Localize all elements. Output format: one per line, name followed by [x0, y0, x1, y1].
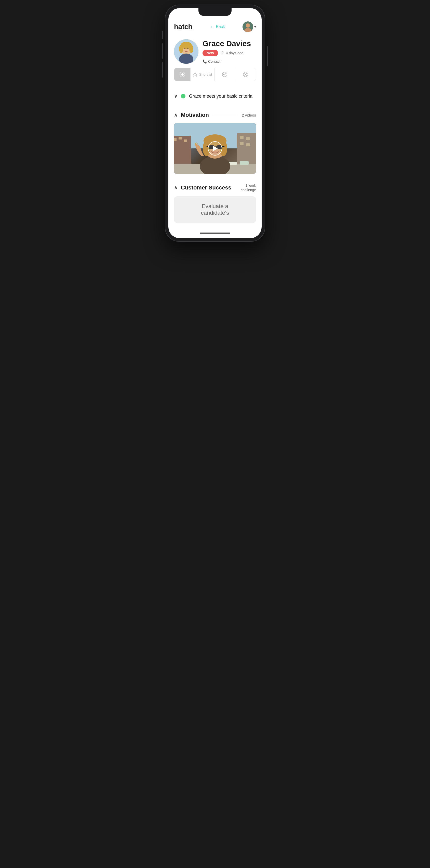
header: hatch ← Back ▾	[168, 18, 262, 35]
power-button	[267, 46, 268, 66]
svg-point-9	[189, 45, 193, 53]
download-icon	[179, 72, 185, 77]
motivation-section: ∧ Motivation 2 videos	[168, 106, 262, 179]
motivation-chevron-icon[interactable]: ∧	[174, 112, 177, 118]
play-button[interactable]	[208, 141, 222, 156]
svg-point-3	[246, 24, 250, 28]
volume-up-button	[162, 43, 163, 59]
action-bar: Shortlist	[174, 68, 256, 81]
back-label: Back	[216, 25, 225, 29]
svg-rect-23	[246, 137, 250, 140]
phone-frame: hatch ← Back ▾	[165, 5, 265, 241]
video-background	[174, 123, 256, 174]
user-avatar	[242, 22, 253, 32]
star-icon	[193, 72, 198, 77]
home-indicator	[200, 232, 230, 234]
svg-rect-22	[240, 136, 243, 139]
shortlist-label: Shortlist	[199, 72, 212, 76]
candidate-avatar	[174, 39, 198, 64]
back-button[interactable]: ← Back	[210, 24, 225, 30]
candidate-name: Grace Davies	[202, 39, 256, 48]
approve-icon	[222, 72, 228, 77]
reject-icon	[243, 72, 249, 77]
download-button[interactable]	[174, 68, 191, 81]
motivation-count: 2 videos	[242, 113, 256, 117]
cs-subtitle: 1 workchallenge	[241, 183, 256, 192]
customer-success-section: ∧ Customer Success 1 workchallenge Evalu…	[168, 179, 262, 223]
user-chevron-icon: ▾	[254, 25, 256, 29]
svg-point-12	[187, 48, 189, 49]
svg-rect-18	[174, 138, 176, 141]
motivation-title: Motivation	[181, 112, 209, 118]
candidate-info: Grace Davies New ⏱ 4 days ago 📞 Contact	[202, 39, 256, 63]
video-thumbnail[interactable]	[174, 123, 256, 174]
svg-rect-17	[174, 136, 191, 166]
motivation-header: ∧ Motivation 2 videos	[174, 111, 256, 119]
reject-button[interactable]	[235, 68, 256, 81]
contact-link[interactable]: 📞 Contact	[202, 59, 220, 63]
notch	[198, 8, 232, 16]
app-logo: hatch	[174, 23, 192, 31]
new-badge: New	[202, 50, 218, 56]
cs-card: Evaluate acandidate's	[174, 196, 256, 223]
time-ago: ⏱ 4 days ago	[221, 51, 243, 55]
volume-down-button	[162, 62, 163, 78]
svg-rect-28	[240, 161, 249, 165]
cs-card-text: Evaluate acandidate's	[201, 203, 229, 216]
criteria-text: Grace meets your basic criteria	[189, 94, 253, 99]
phone-icon: 📞	[202, 59, 207, 63]
criteria-status-dot	[181, 94, 186, 98]
candidate-meta: New ⏱ 4 days ago 📞 Contact	[202, 50, 256, 63]
cs-header: ∧ Customer Success 1 workchallenge	[174, 183, 256, 192]
svg-rect-25	[246, 143, 250, 146]
approve-button[interactable]	[214, 68, 235, 81]
mute-button	[162, 31, 163, 39]
svg-point-8	[179, 45, 183, 53]
svg-rect-24	[240, 142, 243, 145]
section-divider	[212, 115, 238, 115]
svg-point-11	[184, 48, 186, 49]
profile-top: Grace Davies New ⏱ 4 days ago 📞 Contact	[174, 39, 256, 64]
phone-screen: hatch ← Back ▾	[168, 8, 262, 238]
criteria-section: ∨ Grace meets your basic criteria	[168, 86, 262, 106]
svg-rect-19	[178, 137, 181, 140]
screen-content: hatch ← Back ▾	[168, 8, 262, 238]
user-menu[interactable]: ▾	[242, 22, 256, 32]
criteria-chevron-icon[interactable]: ∨	[174, 93, 177, 99]
shortlist-button[interactable]: Shortlist	[191, 68, 214, 81]
criteria-row: ∨ Grace meets your basic criteria	[174, 91, 256, 101]
play-icon	[213, 146, 218, 151]
cs-chevron-icon[interactable]: ∧	[174, 185, 177, 190]
svg-rect-20	[184, 140, 187, 142]
svg-point-29	[200, 156, 230, 174]
cs-title: Customer Success	[181, 184, 231, 191]
profile-section: Grace Davies New ⏱ 4 days ago 📞 Contact	[168, 35, 262, 86]
clock-icon: ⏱	[221, 51, 225, 55]
back-arrow-icon: ←	[210, 24, 214, 30]
